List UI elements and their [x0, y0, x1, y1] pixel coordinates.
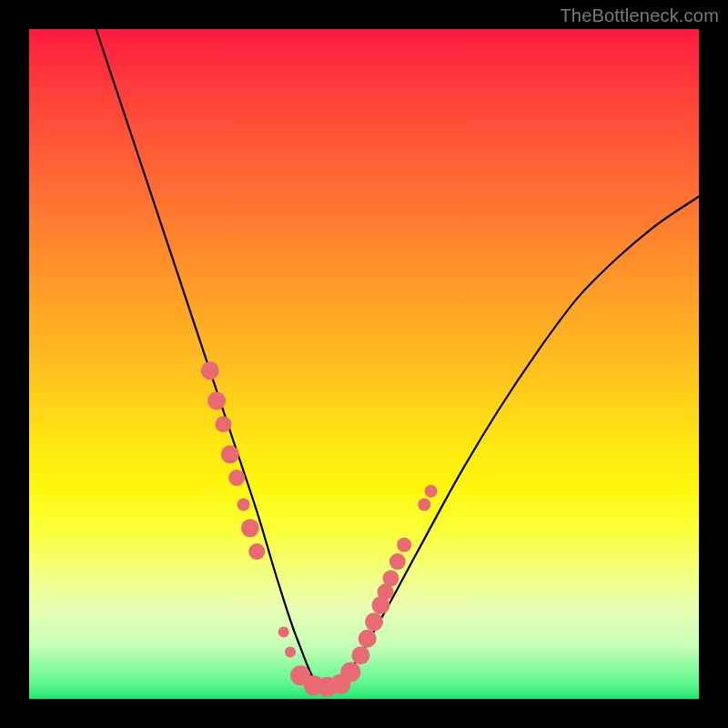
marker-dot: [351, 646, 369, 664]
marker-dot: [201, 361, 219, 379]
marker-dot: [397, 538, 411, 552]
marker-dot: [389, 553, 406, 570]
marker-dot: [285, 646, 296, 657]
marker-dot: [278, 626, 289, 637]
marker-dot: [221, 445, 239, 463]
bottleneck-curve: [96, 29, 699, 692]
marker-dot: [248, 543, 265, 560]
watermark-text: TheBottleneck.com: [560, 5, 719, 26]
marker-dot: [365, 612, 383, 631]
highlight-dots: [201, 361, 438, 696]
marker-dot: [215, 416, 231, 432]
marker-dot: [359, 630, 377, 648]
plot-area: [29, 29, 699, 699]
marker-dot: [238, 499, 250, 511]
chart-frame: TheBottleneck.com: [0, 0, 728, 728]
chart-svg: [29, 29, 699, 699]
marker-dot: [228, 470, 245, 486]
marker-dot: [418, 499, 430, 511]
marker-dot: [241, 519, 259, 537]
marker-dot: [425, 485, 438, 498]
marker-dot: [207, 391, 226, 410]
marker-dot: [382, 571, 399, 587]
marker-dot: [340, 662, 360, 682]
